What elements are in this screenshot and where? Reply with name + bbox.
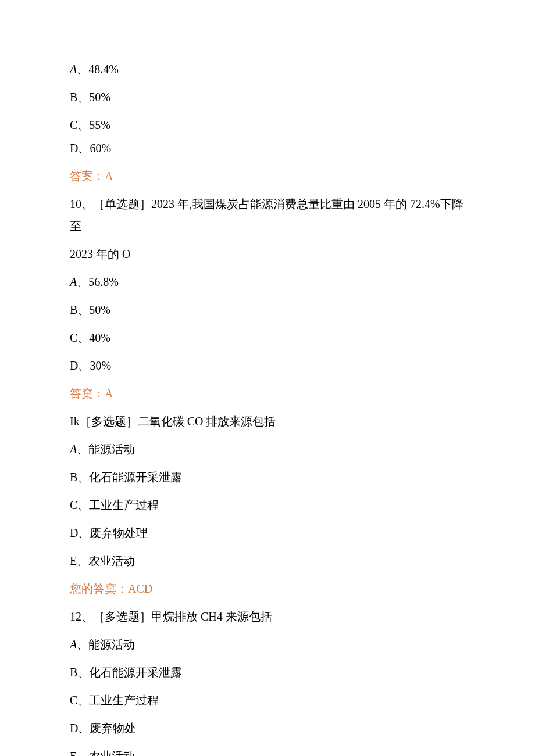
q9-option-a-text: 、48.4%: [77, 63, 119, 76]
q10-option-d: D、30%: [70, 354, 465, 377]
q11-option-d: D、废弃物处理: [70, 522, 465, 544]
q9-option-d: D、60%: [70, 137, 465, 159]
q10-option-a: A、56.8%: [70, 271, 465, 293]
q9-option-c: C、55%: [70, 114, 465, 136]
q11-option-c: C、工业生产过程: [70, 494, 465, 516]
q10-stem-line2: 2023 年的 O: [70, 243, 465, 265]
q9-option-b: B、50%: [70, 86, 465, 108]
q11-option-a: A、能源活动: [70, 438, 465, 460]
q10-option-b: B、50%: [70, 299, 465, 321]
q12-option-c: C、工业生产过程: [70, 689, 465, 711]
q10-answer: 答窠：A: [70, 382, 465, 404]
q12-stem: 12、［多选题］甲烷排放 CH4 来源包括: [70, 605, 465, 628]
q9-option-a: A、48.4%: [70, 58, 465, 80]
q10-option-a-text: 、56.8%: [77, 275, 119, 288]
q10-option-c: C、40%: [70, 327, 465, 349]
q11-option-a-text: 、能源活动: [77, 443, 135, 456]
q12-option-a: A、能源活动: [70, 633, 465, 655]
q12-option-e: E、农业活动: [70, 745, 465, 756]
q11-stem: Ik［多选题］二氧化碳 CO 排放来源包括: [70, 410, 465, 432]
q12-option-a-text: 、能源活动: [77, 638, 135, 651]
q11-option-e: E、农业活动: [70, 550, 465, 572]
q12-option-b: B、化石能源开采泄露: [70, 661, 465, 683]
document-page: A、48.4% B、50% C、55% D、60% 答案：A 10、［单选题］2…: [0, 0, 535, 756]
q11-answer: 您的答窠：ACD: [70, 578, 465, 600]
q9-answer: 答案：A: [70, 165, 465, 187]
q11-option-b: B、化石能源开采泄露: [70, 466, 465, 488]
q10-stem: 10、［单选题］2023 年,我国煤炭占能源消费总量比重由 2005 年的 72…: [70, 193, 465, 237]
q12-option-d: D、废弃物处: [70, 717, 465, 739]
